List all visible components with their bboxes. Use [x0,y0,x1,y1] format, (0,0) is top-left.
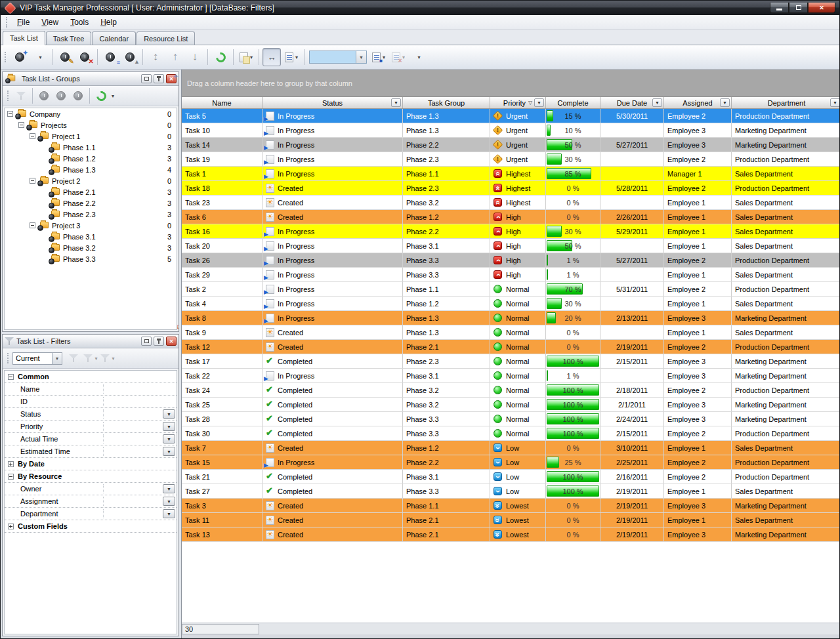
column-header-priority[interactable]: Priority▽▼ [490,97,546,108]
cell-task-group[interactable]: Phase 3.3 [403,253,490,267]
export-task-button[interactable]: ▲ [121,48,139,66]
filter-dropdown-button[interactable]: ▼ [163,434,175,443]
refresh-button[interactable] [211,48,230,66]
cell-assigned[interactable]: Employee 3 [664,311,732,325]
cell-due-date[interactable]: 2/15/2011 [600,426,664,440]
cell-name[interactable]: Task 20 [182,239,262,253]
groups-edit-button[interactable]: ✎ [53,88,69,104]
cell-task-group[interactable]: Phase 1.3 [403,311,490,325]
tree-item[interactable]: Phase 1.3 4 [5,164,177,175]
cell-name[interactable]: Task 10 [182,123,262,137]
cell-status[interactable]: In Progress [262,152,403,166]
cell-complete[interactable]: 0 % [546,340,600,354]
cell-priority[interactable]: Normal [490,426,546,440]
cell-status[interactable]: In Progress [262,123,403,137]
cell-task-group[interactable]: Phase 3.1 [403,369,490,382]
cell-status[interactable]: Created [262,499,403,512]
expand-box-icon[interactable] [8,524,14,529]
cell-department[interactable]: Production Department [732,253,840,267]
column-header-assigned[interactable]: Assigned▼ [664,97,732,108]
cell-department[interactable]: Marketing Department [732,311,840,325]
cell-status[interactable]: Created [262,210,403,224]
cell-due-date[interactable]: 5/27/2011 [600,253,664,267]
tree-expander-icon[interactable] [18,122,24,128]
cell-department[interactable]: Sales Department [732,196,840,209]
combo-dropdown-button[interactable]: ▼ [356,51,366,63]
column-header-complete[interactable]: Complete [546,97,600,108]
cell-complete[interactable]: 0 % [546,181,600,195]
cell-department[interactable]: Marketing Department [732,369,840,382]
table-row[interactable]: Task 9 Created Phase 1.3 Normal 0 % Empl… [182,325,839,340]
cell-due-date[interactable] [600,369,664,382]
cell-due-date[interactable]: 2/26/2011 [600,210,664,224]
cell-due-date[interactable] [600,167,664,180]
cell-department[interactable]: Production Department [732,455,840,469]
cell-complete[interactable]: 50 % [546,138,600,152]
cell-task-group[interactable]: Phase 3.2 [403,398,490,411]
cell-task-group[interactable]: Phase 1.3 [403,325,490,339]
cell-name[interactable]: Task 5 [182,109,262,123]
cell-name[interactable]: Task 14 [182,138,262,152]
filter-row[interactable]: Assignment ▼ [5,495,177,508]
cell-task-group[interactable]: Phase 2.3 [403,181,490,195]
table-row[interactable]: Task 5 In Progress Phase 1.3 Urgent 15 %… [182,109,839,123]
cell-due-date[interactable]: 2/19/2011 [600,484,664,498]
cell-task-group[interactable]: Phase 1.2 [403,297,490,310]
report-button[interactable]: ▾ [237,48,255,66]
cell-complete[interactable]: 1 % [546,253,600,267]
table-row[interactable]: Task 1 In Progress Phase 1.1 Highest 85 … [182,167,839,181]
cell-task-group[interactable]: Phase 1.2 [403,210,490,224]
cell-status[interactable]: Completed [262,412,403,426]
cell-priority[interactable]: Normal [490,383,546,397]
cell-priority[interactable]: Highest [490,167,546,180]
cell-assigned[interactable]: Employee 3 [664,398,732,411]
tree-item[interactable]: Phase 2.2 3 [5,197,177,209]
column-header-name[interactable]: Name [182,97,262,108]
cell-name[interactable]: Task 28 [182,412,262,426]
view-preset-combo[interactable]: ▼ [309,51,367,64]
table-row[interactable]: Task 29 In Progress Phase 3.3 High 1 % E… [182,268,839,282]
cell-complete[interactable]: 15 % [546,109,600,123]
table-row[interactable]: Task 14 In Progress Phase 2.2 Urgent 50 … [182,138,839,152]
cell-name[interactable]: Task 12 [182,340,262,354]
cell-complete[interactable]: 20 % [546,311,600,325]
cell-priority[interactable]: Normal [490,412,546,426]
cell-department[interactable]: Sales Department [732,167,840,180]
tab-task-list[interactable]: Task List [3,31,45,45]
cell-assigned[interactable]: Employee 2 [664,152,732,166]
cell-status[interactable]: Completed [262,484,403,498]
cell-assigned[interactable]: Employee 2 [664,470,732,484]
cell-status[interactable]: In Progress [262,369,403,382]
cell-name[interactable]: Task 19 [182,152,262,166]
cell-due-date[interactable]: 2/25/2011 [600,455,664,469]
cell-priority[interactable]: Urgent [490,109,546,123]
table-row[interactable]: Task 21 Completed Phase 3.1 Low 100 % 2/… [182,470,839,484]
cell-due-date[interactable]: 2/19/2011 [600,527,664,541]
cell-priority[interactable]: Highest [490,181,546,195]
cell-task-group[interactable]: Phase 2.2 [403,224,490,238]
new-task-dropdown[interactable]: ▾ [30,48,49,66]
cell-priority[interactable]: Normal [490,369,546,382]
cell-department[interactable]: Marketing Department [732,398,840,411]
cell-priority[interactable]: Urgent [490,138,546,152]
cell-priority[interactable]: Low [490,441,546,455]
filter-dropdown-button[interactable]: ▼ [652,98,662,107]
cell-priority[interactable]: Lowest [490,499,546,512]
cell-assigned[interactable]: Employee 1 [664,441,732,455]
tree-item[interactable]: Phase 1.1 3 [5,142,177,153]
cell-name[interactable]: Task 15 [182,455,262,469]
cell-department[interactable]: Production Department [732,152,840,166]
table-row[interactable]: Task 18 Created Phase 2.3 Highest 0 % 5/… [182,181,839,196]
filter-row[interactable]: Actual Time ▼ [5,433,177,445]
cell-status[interactable]: Created [262,513,403,527]
cell-assigned[interactable]: Employee 1 [664,224,732,238]
column-header-department[interactable]: Department▼ [732,97,840,108]
cell-name[interactable]: Task 11 [182,513,262,527]
tab-resource-list[interactable]: Resource List [136,31,195,45]
table-row[interactable]: Task 6 Created Phase 1.2 High 0 % 2/26/2… [182,210,839,224]
cell-name[interactable]: Task 26 [182,253,262,267]
cell-assigned[interactable]: Employee 1 [664,196,732,209]
cell-status[interactable]: Created [262,325,403,339]
cell-complete[interactable]: 50 % [546,239,600,253]
cell-priority[interactable]: Lowest [490,527,546,541]
